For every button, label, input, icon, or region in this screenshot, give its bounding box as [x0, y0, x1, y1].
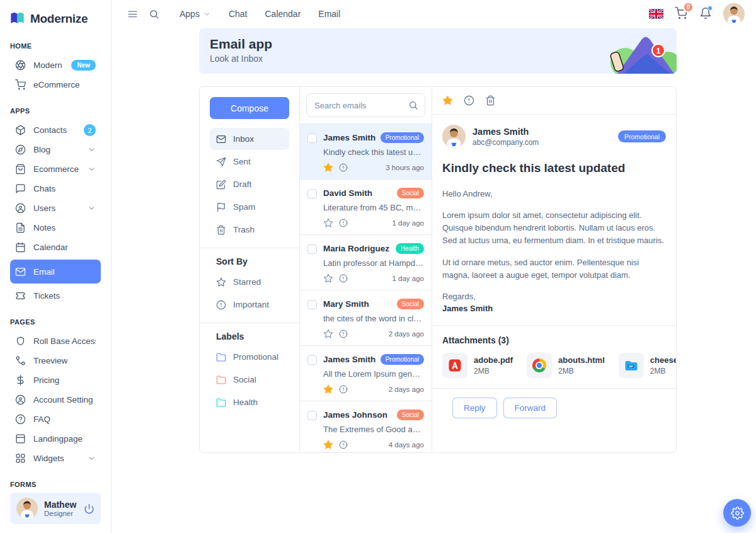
divider — [200, 323, 299, 323]
reply-button[interactable]: Reply — [452, 398, 497, 418]
mail-folder-inbox[interactable]: Inbox — [210, 128, 289, 150]
sidebar-item-roll-base-access[interactable]: Roll Base Access — [10, 331, 101, 351]
sidebar-item-icon — [15, 125, 26, 135]
sidebar-item-ecommerce[interactable]: eCommerce — [10, 75, 101, 95]
mail-folder-trash[interactable]: Trash — [210, 219, 289, 241]
email-label-badge: Promotional — [381, 354, 424, 365]
email-checkbox[interactable] — [307, 411, 317, 420]
sidebar-item-tickets[interactable]: Tickets — [10, 286, 101, 306]
settings-fab-button[interactable] — [723, 499, 751, 527]
star-icon[interactable] — [323, 384, 333, 394]
search-icon[interactable] — [408, 100, 418, 110]
mail-sort-starred[interactable]: Starred — [210, 271, 289, 293]
email-checkbox[interactable] — [307, 244, 317, 254]
star-icon[interactable] — [323, 329, 333, 339]
sidebar-item-chats[interactable]: Chats — [10, 179, 101, 198]
mail-list-item[interactable]: James Smith Promotional All the Lorem Ip… — [300, 346, 432, 401]
sidebar-item-modern[interactable]: Modern New — [10, 55, 101, 75]
sidebar-item-blog[interactable]: Blog — [10, 140, 101, 159]
search-input[interactable] — [306, 93, 425, 117]
important-icon[interactable] — [339, 440, 348, 449]
topnav-link-email[interactable]: Email — [309, 5, 349, 23]
email-preview: the cites of the word in classi... — [323, 314, 424, 323]
user-avatar — [16, 498, 38, 519]
sidebar-item-icon — [15, 203, 26, 214]
cart-button[interactable]: 0 — [674, 7, 688, 21]
mail-label-health[interactable]: Health — [210, 391, 289, 413]
sidebar-item-icon — [15, 266, 26, 277]
sidebar-item-email[interactable]: Email — [10, 260, 101, 284]
mail-folder-draft[interactable]: Draft — [210, 173, 289, 195]
important-icon[interactable] — [339, 330, 348, 338]
star-icon[interactable] — [323, 440, 333, 450]
important-icon[interactable] — [339, 163, 348, 172]
topnav-link-apps[interactable]: Apps — [171, 5, 220, 23]
mail-list-item[interactable]: Maria Rodriguez Health Latin professor a… — [300, 235, 432, 290]
email-sender: James Johnson — [323, 410, 393, 420]
mail-label-promotional[interactable]: Promotional — [210, 346, 289, 368]
important-icon[interactable] — [464, 95, 474, 106]
email-label-badge: Promotional — [381, 132, 424, 143]
divider — [432, 325, 676, 326]
mail-folder-spam[interactable]: Spam — [210, 196, 289, 218]
star-icon[interactable] — [323, 218, 333, 228]
sidebar-user-card[interactable]: Mathew Designer — [10, 493, 101, 524]
chevron-down-icon — [88, 146, 96, 154]
logout-icon[interactable] — [84, 503, 94, 514]
mail-list-item[interactable]: James Johnson Social The Extremes of Goo… — [300, 401, 432, 452]
sidebar-item-contacts[interactable]: Contacts 2 — [10, 120, 101, 140]
email-checkbox[interactable] — [307, 355, 317, 365]
sidebar-section-heading: FORMS — [0, 474, 111, 494]
attachment-item[interactable]: abouts.html 2MB — [527, 353, 605, 378]
menu-toggle-button[interactable] — [123, 4, 142, 23]
important-icon[interactable] — [339, 385, 348, 394]
mail-list-item[interactable]: Mary Smith Social the cites of the word … — [300, 290, 432, 346]
sidebar-item-pricing[interactable]: Pricing — [10, 370, 101, 390]
sidebar-item-users[interactable]: Users — [10, 198, 101, 218]
mail-sort-important[interactable]: Important — [210, 294, 289, 316]
mail-list-item[interactable]: David Smith Social Literature from 45 BC… — [300, 180, 432, 235]
sidebar-item-account-setting[interactable]: Account Setting — [10, 390, 101, 410]
sidebar-item-icon — [15, 453, 26, 464]
sidebar-item-icon — [15, 144, 26, 155]
sidebar-item-notes[interactable]: Notes — [10, 218, 101, 238]
search-button[interactable] — [144, 4, 163, 23]
attachment-item[interactable]: adobe.pdf 2MB — [442, 353, 513, 378]
search-icon — [149, 9, 159, 20]
email-checkbox[interactable] — [307, 300, 317, 309]
sidebar-item-widgets[interactable]: Widgets — [10, 449, 101, 468]
sidebar-item-calendar[interactable]: Calendar — [10, 238, 101, 257]
detail-actions: Reply Forward — [432, 388, 676, 427]
star-icon[interactable] — [442, 95, 453, 106]
topnav-link-calendar[interactable]: Calendar — [256, 5, 310, 23]
mail-list-item[interactable]: James Smith Promotional Kindly check thi… — [300, 124, 432, 180]
attachment-item[interactable]: ZIP cheese.zip 2MB — [619, 353, 677, 378]
sidebar-item-landingpage[interactable]: Landingpage — [10, 429, 101, 449]
star-icon[interactable] — [323, 163, 333, 173]
sender-avatar — [442, 125, 466, 148]
mail-folder-sent[interactable]: Sent — [210, 151, 289, 173]
sidebar-item-treeview[interactable]: Treeview — [10, 351, 101, 370]
attachments-row: adobe.pdf 2MB abouts.html 2MB ZIP cheese… — [442, 353, 666, 378]
profile-avatar[interactable] — [723, 3, 745, 25]
sidebar-item-ecommerce[interactable]: Ecommerce — [10, 159, 101, 179]
sidebar-item-icon — [15, 222, 26, 233]
email-checkbox[interactable] — [307, 134, 317, 143]
email-time: 2 days ago — [389, 330, 424, 338]
brand-logo[interactable]: Modernize — [0, 6, 111, 36]
language-flag-icon[interactable] — [649, 9, 663, 19]
star-icon[interactable] — [323, 273, 333, 284]
email-sender: Mary Smith — [323, 299, 393, 309]
forward-button[interactable]: Forward — [503, 398, 558, 418]
notifications-button[interactable] — [699, 7, 713, 21]
sidebar-item-faq[interactable]: FAQ — [10, 410, 101, 429]
mail-folder-icon — [216, 202, 226, 212]
important-icon[interactable] — [339, 219, 348, 227]
important-icon[interactable] — [339, 274, 348, 283]
topnav-link-chat[interactable]: Chat — [220, 5, 256, 23]
mail-detail-pane: James Smith abc@company.com Promotional … — [432, 87, 676, 452]
mail-label-social[interactable]: Social — [210, 369, 289, 391]
trash-icon[interactable] — [485, 95, 496, 106]
email-checkbox[interactable] — [307, 189, 317, 198]
compose-button[interactable]: Compose — [210, 97, 289, 119]
